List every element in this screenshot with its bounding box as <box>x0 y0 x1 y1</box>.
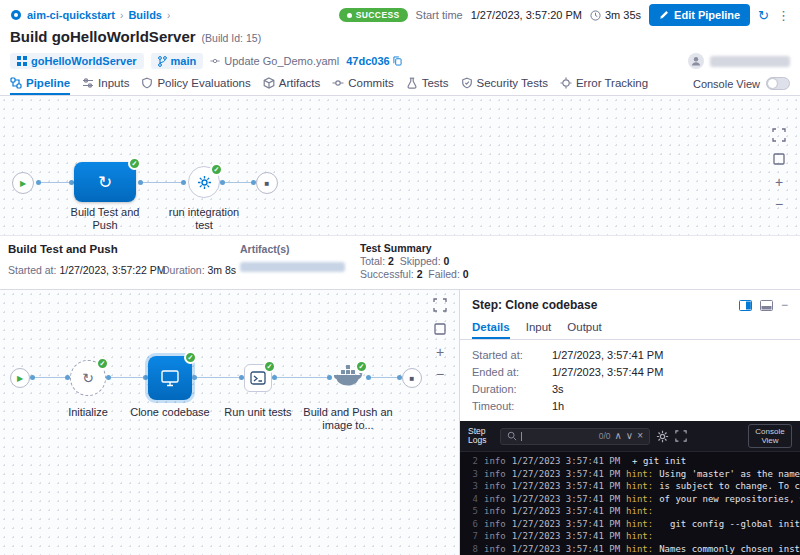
more-options-icon[interactable]: ⋮ <box>777 8 790 23</box>
initialize-icon: ↻ <box>82 370 94 386</box>
log-tag: hint: <box>626 530 653 543</box>
step-node-initialize[interactable]: ↻ ✓ <box>70 360 106 396</box>
log-line: 3info1/27/2023 3:57:41 PMhint:is subject… <box>460 480 800 493</box>
grid-icon <box>17 56 27 66</box>
log-tag: hint: <box>626 543 653 555</box>
step-node-clone-codebase[interactable]: ✓ <box>148 356 192 400</box>
tab-commits[interactable]: Commits <box>332 72 393 95</box>
repo-chip[interactable]: goHelloWorldServer <box>10 53 144 69</box>
tab-security-tests[interactable]: Security Tests <box>461 72 548 95</box>
tab-artifacts[interactable]: Artifacts <box>263 72 321 95</box>
step-label-run-unit-tests[interactable]: Run unit tests <box>220 406 296 419</box>
tab-label: Commits <box>348 77 393 89</box>
tab-label: Artifacts <box>279 77 321 89</box>
log-body[interactable]: 2info1/27/2023 3:57:41 PM+ git init 3inf… <box>460 452 800 555</box>
repo-name: goHelloWorldServer <box>31 55 137 67</box>
tab-policy-evaluations[interactable]: Policy Evaluations <box>141 72 250 95</box>
graph-start-node[interactable]: ▶ <box>12 172 34 194</box>
tab-error-tracking[interactable]: Error Tracking <box>560 72 648 95</box>
zoom-out-button[interactable]: − <box>775 198 783 210</box>
zoom-in-button[interactable]: + <box>775 176 783 188</box>
clock-icon <box>590 10 601 21</box>
success-check-icon: ✓ <box>184 351 197 364</box>
log-toolbar: Step Logs 0/0 ∧ ∨ × Console View <box>460 421 800 452</box>
step-label[interactable]: run integration test <box>159 206 249 232</box>
log-message: git config --global init.defaul <box>659 518 800 531</box>
log-timestamp: 1/27/2023 3:57:41 PM <box>512 493 620 506</box>
text-caret <box>521 432 522 441</box>
log-timestamp: 1/27/2023 3:57:41 PM <box>512 530 620 543</box>
clear-search-icon[interactable]: × <box>637 431 643 441</box>
stage-label[interactable]: Build Test and Push <box>63 206 147 232</box>
minimize-icon[interactable]: − <box>781 298 788 312</box>
prev-match-icon[interactable]: ∧ <box>615 431 622 441</box>
play-icon: ▶ <box>17 374 23 383</box>
log-settings-gear-icon[interactable] <box>656 430 669 443</box>
step-label-clone-codebase[interactable]: Clone codebase <box>125 406 215 419</box>
stage-node-run-integration-test[interactable]: ✓ <box>188 166 220 198</box>
detail-row: Started at:1/27/2023, 3:57:41 PM <box>472 349 788 361</box>
step-node-build-and-push[interactable]: ✓ <box>332 364 366 390</box>
tab-input[interactable]: Input <box>526 316 552 339</box>
graph-start-node[interactable]: ▶ <box>10 368 30 388</box>
panel-view-controls: − <box>739 298 788 312</box>
zoom-in-button[interactable]: + <box>436 346 444 358</box>
graph-connector <box>368 377 400 378</box>
avatar[interactable] <box>688 53 704 69</box>
fullscreen-icon[interactable] <box>433 298 447 312</box>
step-label-initialize[interactable]: Initialize <box>56 406 120 419</box>
console-view-button[interactable]: Console View <box>748 424 792 448</box>
play-icon: ▶ <box>20 179 26 188</box>
run-status-bar: SUCCESS Start time 1/27/2023, 3:57:20 PM… <box>339 4 790 26</box>
detail-row: Ended at:1/27/2023, 3:57:44 PM <box>472 366 788 378</box>
log-tag: hint: <box>626 493 653 506</box>
split-bottom-view-icon[interactable] <box>760 300 773 311</box>
tab-inputs[interactable]: Inputs <box>82 72 129 95</box>
integration-step-icon <box>197 175 212 190</box>
log-level: info <box>484 480 506 493</box>
tab-label: Tests <box>422 77 449 89</box>
artifact-link-redacted[interactable] <box>240 262 345 272</box>
log-message: + git init <box>632 455 686 468</box>
console-view-toggle[interactable] <box>766 77 790 90</box>
log-level: info <box>484 543 506 555</box>
stage-node-build-test-and-push[interactable]: ↻ ✓ <box>74 162 136 202</box>
tab-pipeline[interactable]: Pipeline <box>10 72 70 95</box>
console-view-label: Console View <box>693 78 760 90</box>
build-stage-icon: ↻ <box>98 172 112 193</box>
fullscreen-icon[interactable] <box>772 128 786 142</box>
log-fullscreen-icon[interactable] <box>675 430 687 442</box>
stage-summary-title: Build Test and Push <box>8 243 118 255</box>
search-icon <box>507 431 517 441</box>
log-timestamp: 1/27/2023 3:57:41 PM <box>512 543 620 555</box>
log-timestamp: 1/27/2023 3:57:41 PM <box>512 505 620 518</box>
step-label-build-and-push[interactable]: Build and Push an image to... <box>303 406 393 432</box>
graph-end-node[interactable]: ■ <box>402 368 422 388</box>
test-summary-line2: Successful: 2 Failed: 0 <box>360 268 469 280</box>
commit-sha-link[interactable]: 47dc036 <box>346 55 401 67</box>
stage-graph-canvas[interactable]: ▶ ↻ ✓ ✓ ■ Build Test and Push run integr… <box>0 96 800 236</box>
zoom-out-button[interactable]: − <box>436 368 444 380</box>
next-match-icon[interactable]: ∨ <box>626 431 633 441</box>
tab-details[interactable]: Details <box>472 316 510 339</box>
log-level: info <box>484 518 506 531</box>
branch-chip[interactable]: main <box>151 53 204 69</box>
graph-end-node[interactable]: ■ <box>256 172 278 194</box>
lower-split: ▶ ↻ ✓ ✓ ✓ ✓ ■ Initialize <box>0 290 800 555</box>
log-search-input[interactable]: 0/0 ∧ ∨ × <box>500 428 650 445</box>
breadcrumb-project[interactable]: aim-ci-quickstart <box>27 9 115 21</box>
tab-output[interactable]: Output <box>567 316 602 339</box>
log-line-number: 7 <box>468 530 478 543</box>
tab-label: Inputs <box>98 77 129 89</box>
edit-pipeline-button[interactable]: Edit Pipeline <box>649 4 750 26</box>
step-node-run-unit-tests[interactable]: ✓ <box>244 364 272 392</box>
triggered-by <box>688 53 790 69</box>
refresh-icon[interactable]: ↻ <box>758 9 769 22</box>
breadcrumb-builds[interactable]: Builds <box>128 9 162 21</box>
commit-sha: 47dc036 <box>346 55 389 67</box>
step-graph-canvas[interactable]: ▶ ↻ ✓ ✓ ✓ ✓ ■ Initialize <box>0 290 460 555</box>
reset-view-icon[interactable] <box>433 322 447 336</box>
reset-view-icon[interactable] <box>772 152 786 166</box>
tab-tests[interactable]: Tests <box>406 72 449 95</box>
split-right-view-icon[interactable] <box>739 300 752 311</box>
